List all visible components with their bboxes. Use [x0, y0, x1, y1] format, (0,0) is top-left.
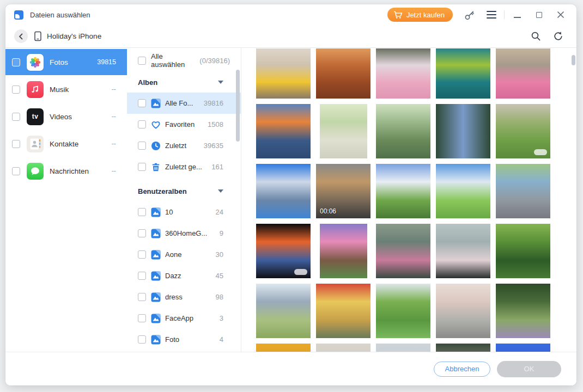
photo-thumbnail[interactable]: [316, 48, 371, 99]
photo-thumbnail[interactable]: [376, 164, 430, 218]
photo-thumbnail[interactable]: [436, 284, 490, 338]
photo-thumbnail[interactable]: [376, 48, 430, 99]
album-checkbox[interactable]: [138, 272, 146, 280]
album-item[interactable]: Favoriten1508: [127, 114, 241, 135]
main-content: Fotos39815Musik--tvVideos--Kontakte--Nac…: [5, 48, 576, 352]
photo-thumbnail[interactable]: [376, 104, 430, 158]
album-checkbox[interactable]: [138, 250, 146, 259]
select-all-checkbox[interactable]: [138, 57, 146, 65]
menu-button[interactable]: [484, 8, 499, 22]
sidebar-checkbox[interactable]: [12, 167, 20, 175]
album-item[interactable]: 1024: [127, 201, 241, 223]
photo-thumbnail[interactable]: [496, 104, 550, 158]
album-item[interactable]: Dazz45: [127, 265, 241, 286]
photo-thumbnail[interactable]: [316, 344, 371, 352]
album-item[interactable]: dress98: [127, 286, 241, 308]
sidebar-item-label: Kontakte: [50, 140, 78, 148]
sidebar-item-fotos[interactable]: Fotos39815: [5, 49, 127, 75]
refresh-button[interactable]: [550, 29, 564, 44]
photo-thumbnail[interactable]: [496, 224, 550, 278]
photo-thumbnail[interactable]: [256, 344, 311, 352]
sidebar-item-kontakte[interactable]: Kontakte--: [5, 131, 127, 157]
album-checkbox[interactable]: [138, 335, 146, 344]
album-checkbox[interactable]: [138, 314, 146, 322]
album-item[interactable]: 360HomeG...9: [127, 223, 241, 244]
album-item[interactable]: Zuletzt39635: [127, 135, 241, 156]
close-button[interactable]: [554, 8, 568, 22]
sidebar-checkbox[interactable]: [12, 140, 20, 148]
photo-thumbnail[interactable]: [256, 104, 311, 158]
album-section-header[interactable]: Alben: [127, 72, 241, 93]
sidebar-item-musik[interactable]: Musik--: [5, 76, 127, 102]
album-checkbox[interactable]: [138, 142, 146, 150]
album-item[interactable]: FaceApp3: [127, 308, 241, 329]
sidebar-checkbox[interactable]: [12, 113, 20, 121]
sidebar-item-label: Fotos: [50, 58, 68, 66]
buy-now-button[interactable]: Jetzt kaufen: [387, 8, 453, 22]
messages-app-icon: [27, 163, 44, 180]
heart-icon: [151, 120, 161, 130]
select-all-row[interactable]: Alle auswählen (0/39816): [127, 52, 241, 69]
grid-scrollbar-thumb[interactable]: [572, 55, 575, 65]
album-checkbox[interactable]: [138, 99, 146, 107]
photo-thumbnail[interactable]: [436, 344, 490, 352]
sidebar-checkbox[interactable]: [12, 58, 20, 66]
album-item[interactable]: Foto4: [127, 329, 241, 350]
sidebar-checkbox[interactable]: [12, 85, 20, 94]
album-checkbox[interactable]: [138, 120, 146, 128]
back-button[interactable]: [14, 29, 28, 43]
minimize-button[interactable]: [510, 8, 524, 22]
album-item-label: Dazz: [165, 272, 181, 280]
photo-thumbnail[interactable]: [256, 284, 311, 338]
album-item-count: 161: [211, 163, 223, 171]
album-item-label: Zuletzt: [165, 142, 186, 150]
photo-thumbnail[interactable]: [316, 284, 371, 338]
photos-app-icon: [27, 54, 44, 71]
cancel-button[interactable]: Abbrechen: [434, 362, 490, 377]
register-key-button[interactable]: [463, 8, 477, 22]
album-item[interactable]: Zuletzt ge...161: [127, 156, 241, 177]
photo-thumbnail[interactable]: [436, 224, 490, 278]
contacts-app-icon: [27, 136, 44, 152]
album-checkbox[interactable]: [138, 163, 146, 171]
album-checkbox[interactable]: [138, 208, 146, 216]
photo-thumbnail[interactable]: [256, 224, 311, 278]
sidebar-item-count: --: [112, 167, 116, 175]
ok-button[interactable]: OK: [497, 361, 561, 377]
search-button[interactable]: [529, 29, 543, 44]
album-section-header[interactable]: Benutzeralben: [127, 181, 241, 201]
photo-thumbnail[interactable]: [376, 284, 430, 338]
sidebar-item-nachrichten[interactable]: Nachrichten--: [5, 158, 127, 184]
photo-thumbnail[interactable]: [436, 104, 490, 158]
albums-scrollbar-thumb[interactable]: [236, 70, 240, 142]
photo-thumbnail[interactable]: [320, 104, 367, 158]
album-item[interactable]: Alle Fo...39816: [127, 93, 241, 114]
sidebar-item-count: --: [112, 113, 116, 120]
album-item-label: dress: [165, 293, 183, 301]
maximize-icon: [536, 12, 542, 18]
album-item-count: 9: [220, 229, 223, 237]
album-item-count: 3: [220, 314, 223, 322]
photo-thumbnail[interactable]: [256, 48, 311, 99]
photo-thumbnail[interactable]: [256, 164, 311, 218]
sidebar-item-count: 39815: [97, 58, 116, 66]
maximize-button[interactable]: [532, 8, 546, 22]
album-section-title: Alben: [138, 78, 157, 87]
photo-thumbnail[interactable]: [376, 224, 430, 278]
photo-thumbnail[interactable]: 00:06: [316, 164, 371, 218]
album-checkbox[interactable]: [138, 229, 146, 237]
photo-thumbnail[interactable]: [436, 164, 490, 218]
photo-thumbnail[interactable]: [496, 344, 550, 352]
photo-thumbnail[interactable]: [496, 164, 550, 218]
photo-thumbnail[interactable]: [496, 48, 550, 99]
album-item[interactable]: Aone30: [127, 244, 241, 265]
photo-grid-area: 00:06: [241, 48, 576, 352]
sidebar-item-videos[interactable]: tvVideos--: [5, 103, 127, 130]
album-item-count: 24: [216, 208, 223, 216]
album-checkbox[interactable]: [138, 293, 146, 301]
cart-icon: [393, 11, 403, 19]
photo-thumbnail[interactable]: [320, 224, 367, 278]
photo-thumbnail[interactable]: [496, 284, 550, 338]
photo-thumbnail[interactable]: [376, 344, 430, 352]
photo-thumbnail[interactable]: [436, 48, 490, 99]
